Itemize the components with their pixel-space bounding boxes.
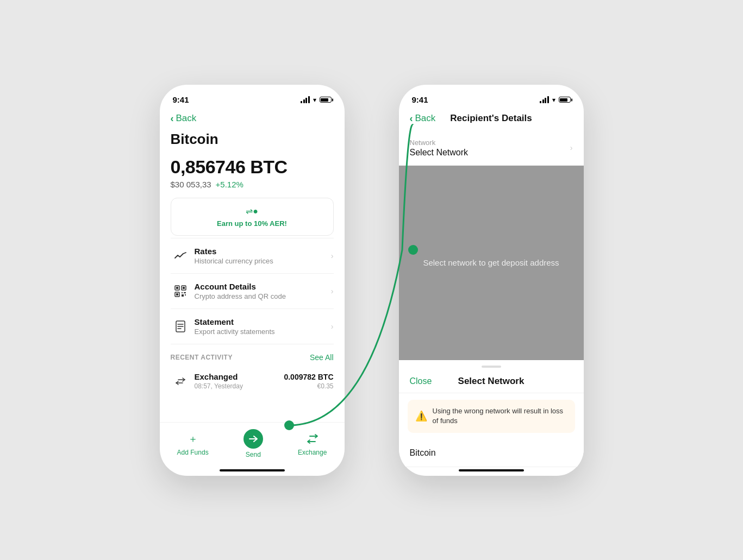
balance-fiat: $30 053,33 +5.12% xyxy=(171,180,334,189)
recipient-page-title: Recipient's Details xyxy=(450,113,532,124)
svg-rect-1 xyxy=(176,287,178,289)
warning-banner: ⚠️ Using the wrong network will result i… xyxy=(408,400,575,432)
rates-subtitle: Historical currency prices xyxy=(195,257,331,265)
send-label: Send xyxy=(246,451,261,458)
recent-label: RECENT ACTIVITY xyxy=(171,354,233,361)
status-bar-1: 9:41 ▾ xyxy=(160,85,345,109)
recipient-header: ‹ Back Recipient's Details xyxy=(399,109,584,131)
chevron-left-icon-2: ‹ xyxy=(410,113,413,124)
see-all-button[interactable]: See All xyxy=(310,353,334,362)
rates-chevron-icon: › xyxy=(331,251,334,260)
svg-rect-9 xyxy=(185,294,186,295)
back-button-2[interactable]: ‹ Back xyxy=(410,113,436,124)
status-icons-1: ▾ xyxy=(301,96,332,104)
add-funds-button[interactable]: ＋ Add Funds xyxy=(177,431,209,456)
balance-section: 0,856746 BTC $30 053,33 +5.12% xyxy=(160,152,345,198)
deposit-placeholder-text: Select network to get deposit address xyxy=(423,258,559,267)
add-funds-label: Add Funds xyxy=(177,449,209,456)
svg-rect-8 xyxy=(182,294,184,297)
menu-item-account[interactable]: Account Details Crypto address and QR co… xyxy=(171,274,334,309)
home-indicator-2 xyxy=(459,469,524,471)
svg-rect-3 xyxy=(183,287,185,289)
activity-text: Exchanged 08:57, Yesterday xyxy=(190,372,284,390)
statement-text: Statement Export activity statements xyxy=(190,317,331,336)
activity-amount: 0.009782 BTC €0.35 xyxy=(284,373,333,390)
qr-icon xyxy=(171,281,190,301)
warning-text: Using the wrong network will result in l… xyxy=(433,406,567,426)
statement-icon xyxy=(171,317,190,336)
status-time-1: 9:41 xyxy=(173,95,189,104)
activity-crypto: 0.009782 BTC xyxy=(284,373,333,381)
battery-icon-2 xyxy=(559,97,571,103)
phone-bitcoin: 9:41 ▾ ‹ Back Bitcoin 0,856 xyxy=(160,85,345,476)
statement-subtitle: Export activity statements xyxy=(195,328,331,336)
home-indicator-1 xyxy=(220,469,285,471)
sheet-handle xyxy=(482,366,501,368)
network-label: Network xyxy=(410,139,570,147)
rates-text: Rates Historical currency prices xyxy=(190,247,331,265)
page-title-1: Bitcoin xyxy=(160,129,345,152)
network-value: Select Network xyxy=(410,148,570,158)
sheet-header: Close Select Network xyxy=(399,372,584,393)
menu-item-statement[interactable]: Statement Export activity statements › xyxy=(171,309,334,344)
phone-recipient: 9:41 ▾ ‹ Back Recipient's Details xyxy=(399,85,584,476)
rates-title: Rates xyxy=(195,247,331,256)
bitcoin-network-option[interactable]: Bitcoin xyxy=(399,439,584,467)
menu-list: Rates Historical currency prices › xyxy=(171,238,334,344)
activity-fiat: €0.35 xyxy=(284,382,333,390)
battery-icon-1 xyxy=(320,97,332,103)
plus-icon: ＋ xyxy=(185,431,201,446)
bottom-bar: ＋ Add Funds Send Exchange xyxy=(160,422,345,467)
wifi-icon-1: ▾ xyxy=(313,96,316,104)
exchange-label: Exchange xyxy=(298,449,327,456)
statement-title: Statement xyxy=(195,317,331,326)
recent-activity-header: RECENT ACTIVITY See All xyxy=(160,344,345,366)
earn-banner[interactable]: ⇌● Earn up to 10% AER! xyxy=(171,198,334,236)
balance-amount: 0,856746 BTC xyxy=(171,156,334,178)
deposit-placeholder: Select network to get deposit address xyxy=(399,166,584,361)
activity-item[interactable]: Exchanged 08:57, Yesterday 0.009782 BTC … xyxy=(160,366,345,397)
sheet-title: Select Network xyxy=(458,376,525,387)
back-label-1: Back xyxy=(176,113,197,124)
status-icons-2: ▾ xyxy=(540,96,571,104)
wifi-icon-2: ▾ xyxy=(552,96,555,104)
exchange-button[interactable]: Exchange xyxy=(298,431,327,456)
earn-icon: ⇌● xyxy=(246,206,258,216)
fiat-change: +5.12% xyxy=(216,180,243,189)
close-sheet-button[interactable]: Close xyxy=(410,376,432,386)
back-button-1[interactable]: ‹ Back xyxy=(160,109,345,129)
exchange-icon xyxy=(171,372,190,391)
svg-rect-5 xyxy=(176,293,178,295)
svg-rect-6 xyxy=(182,292,183,293)
status-bar-2: 9:41 ▾ xyxy=(399,85,584,109)
statement-chevron-icon: › xyxy=(331,322,334,331)
svg-rect-7 xyxy=(184,292,186,293)
chevron-left-icon: ‹ xyxy=(171,113,174,124)
signal-icon-2 xyxy=(540,96,549,103)
exchange-arrows-icon xyxy=(305,431,320,446)
network-select-text: Network Select Network xyxy=(410,139,570,158)
send-button[interactable]: Send xyxy=(243,429,263,458)
activity-time: 08:57, Yesterday xyxy=(195,382,284,390)
activity-title: Exchanged xyxy=(195,372,284,381)
back-label-2: Back xyxy=(415,113,436,124)
earn-text: Earn up to 10% AER! xyxy=(217,219,287,228)
account-subtitle: Crypto address and QR code xyxy=(195,292,331,300)
send-icon-circle xyxy=(243,429,263,449)
account-title: Account Details xyxy=(195,282,331,291)
menu-item-rates[interactable]: Rates Historical currency prices › xyxy=(171,238,334,274)
fiat-amount: $30 053,33 xyxy=(171,180,211,189)
status-time-2: 9:41 xyxy=(412,95,428,104)
warning-icon: ⚠️ xyxy=(415,410,427,422)
network-chevron-icon: › xyxy=(570,143,573,152)
rates-icon xyxy=(171,246,190,266)
select-network-sheet: Close Select Network ⚠️ Using the wrong … xyxy=(399,360,584,467)
account-text: Account Details Crypto address and QR co… xyxy=(190,282,331,300)
account-chevron-icon: › xyxy=(331,287,334,295)
network-select-row[interactable]: Network Select Network › xyxy=(399,131,584,166)
signal-icon-1 xyxy=(301,96,310,103)
